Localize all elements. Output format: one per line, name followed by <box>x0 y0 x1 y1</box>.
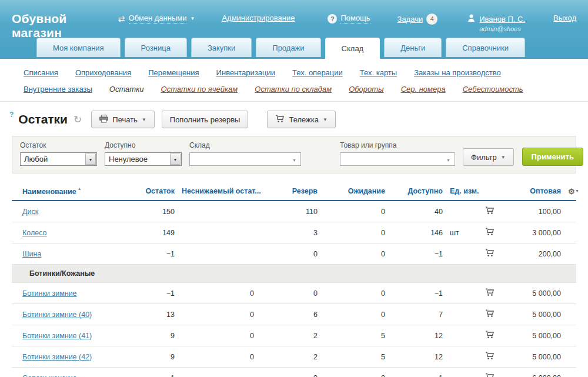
cart-icon[interactable] <box>485 331 495 341</box>
replenish-reserves-button[interactable]: Пополнить резервы <box>162 111 249 128</box>
item-name-cell: Сапоги женские <box>12 368 126 377</box>
top-menu: Обувной магазин ⇄ Обмен данными ▼ Админи… <box>0 0 588 40</box>
cart-icon[interactable] <box>485 352 495 362</box>
awaiting-cell: 5 <box>321 346 389 368</box>
cart-cell <box>471 368 509 377</box>
chevron-down-icon: ▼ <box>446 158 450 162</box>
cart-icon[interactable] <box>485 309 495 319</box>
cart-icon[interactable] <box>485 206 495 216</box>
tab-Справочники[interactable]: Справочники <box>446 38 525 57</box>
menu-help[interactable]: ? Помощь <box>328 14 370 24</box>
awaiting-cell: 0 <box>321 368 389 377</box>
unit-cell <box>446 243 471 265</box>
reserve-cell: 110 <box>258 201 321 222</box>
item-link-Диск[interactable]: Диск <box>22 208 38 216</box>
menu-logout-label: Выход <box>553 14 576 22</box>
subnav-link-Инвентаризации[interactable]: Инвентаризации <box>216 68 275 77</box>
filter-stock-group: Остаток Любой ▼ <box>20 141 97 166</box>
subnav-row1: СписанияОприходованияПеремещенияИнвентар… <box>24 64 588 81</box>
tab-Продажи[interactable]: Продажи <box>256 38 320 57</box>
item-link-Сапоги женские[interactable]: Сапоги женские <box>22 374 77 377</box>
item-link-Шина[interactable]: Шина <box>22 250 41 258</box>
subnav-current-page: Остатки <box>109 85 144 94</box>
cart-icon[interactable] <box>485 249 495 259</box>
min-stock-cell <box>178 368 258 377</box>
filter-product-group: Товар или группа ▼ <box>340 141 455 166</box>
price-cell: 3 000,00 <box>509 222 564 243</box>
awaiting-cell: 0 <box>321 222 389 243</box>
tab-Склад[interactable]: Склад <box>325 38 380 59</box>
subnav-report-link-Обороты[interactable]: Обороты <box>349 85 384 94</box>
subnav-link-Перемещения[interactable]: Перемещения <box>148 68 199 77</box>
item-name-cell: Ботинки зимние <box>12 283 126 304</box>
stock-filter-select[interactable]: Любой ▼ <box>20 152 97 166</box>
stock-cell: −1 <box>126 283 178 304</box>
cart-cell <box>471 201 509 222</box>
subnav-link-Оприходования[interactable]: Оприходования <box>75 68 131 77</box>
subnav-link-Тех. операции[interactable]: Тех. операции <box>292 68 343 77</box>
subnav-report-link-Остатки по ячейкам[interactable]: Остатки по ячейкам <box>161 85 238 94</box>
print-button[interactable]: Печать ▼ <box>91 111 155 128</box>
price-cell: 5 000,00 <box>509 283 564 304</box>
menu-data-exchange[interactable]: ⇄ Обмен данными ▼ <box>118 14 195 24</box>
cart-cell <box>471 346 509 368</box>
column-settings-gear[interactable]: ⚙▾ <box>564 182 576 201</box>
menu-administration[interactable]: Администрирование <box>222 14 295 22</box>
column-header-reserve[interactable]: Резерв <box>258 182 321 201</box>
subnav-link-Заказы на производство[interactable]: Заказы на производство <box>414 68 501 77</box>
subnav-report-link-Себестоимость[interactable]: Себестоимость <box>463 85 523 94</box>
warehouse-filter-combo[interactable]: ▼ <box>189 152 301 166</box>
stock-filter-value: Любой <box>24 155 48 164</box>
column-header-awaiting[interactable]: Ожидание <box>321 182 389 201</box>
tab-Закупки[interactable]: Закупки <box>191 38 252 57</box>
column-header-stock[interactable]: Остаток <box>126 182 178 201</box>
item-link-Ботинки зимние (41)[interactable]: Ботинки зимние (41) <box>22 332 92 340</box>
item-link-Ботинки зимние[interactable]: Ботинки зимние <box>22 289 77 298</box>
refresh-icon[interactable]: ↻ <box>74 114 82 126</box>
tab-Деньги[interactable]: Деньги <box>384 38 442 57</box>
chevron-down-icon: ▼ <box>190 16 195 21</box>
column-header-min-stock[interactable]: Неснижаемый остат... <box>178 182 258 201</box>
chevron-down-icon: ▼ <box>171 154 180 165</box>
apply-button[interactable]: Применить <box>522 148 583 166</box>
filter-button[interactable]: Фильтр ▼ <box>463 148 514 166</box>
available-filter-select[interactable]: Ненулевое ▼ <box>105 152 182 166</box>
subnav-link-Списания[interactable]: Списания <box>24 68 58 77</box>
subnav-report-link-Сер. номера[interactable]: Сер. номера <box>401 85 446 94</box>
tab-Розница[interactable]: Розница <box>125 38 187 57</box>
item-link-Ботинки зимние (42)[interactable]: Ботинки зимние (42) <box>22 353 92 361</box>
item-link-Ботинки зимние (40)[interactable]: Ботинки зимние (40) <box>22 311 92 319</box>
column-header-available[interactable]: Доступно <box>389 182 446 201</box>
table-row: Сапоги женские−100−16 000,00 <box>12 368 576 377</box>
item-link-Колесо[interactable]: Колесо <box>22 229 47 237</box>
column-header-unit[interactable]: Ед. изм. <box>446 182 471 201</box>
item-name-cell: Ботинки зимние (41) <box>12 325 126 346</box>
unit-cell <box>446 201 471 222</box>
cart-icon[interactable] <box>485 373 495 377</box>
menu-tasks[interactable]: Задачи 4 <box>397 14 438 25</box>
subnav-link-Тех. карты[interactable]: Тех. карты <box>360 68 397 77</box>
trolley-button[interactable]: Тележка ▼ <box>267 111 336 128</box>
gear-spacer-cell <box>564 222 576 243</box>
cart-icon[interactable] <box>485 288 495 298</box>
page-help-icon[interactable]: ? <box>9 111 14 119</box>
subnav-link-Внутренние заказы[interactable]: Внутренние заказы <box>24 85 92 94</box>
product-filter-combo[interactable]: ▼ <box>340 152 455 166</box>
tab-bar: Моя компанияРозницаЗакупкиПродажиСкладДе… <box>36 38 525 59</box>
column-header-name[interactable]: Наименование▲ <box>12 182 126 201</box>
subnav-report-link-Остатки по складам[interactable]: Остатки по складам <box>255 85 332 94</box>
menu-logout[interactable]: Выход <box>553 14 576 22</box>
cart-icon[interactable] <box>485 228 495 238</box>
item-name-cell: Шина <box>12 243 126 265</box>
app-title: Обувной магазин <box>12 12 118 40</box>
gear-spacer-cell <box>564 283 576 304</box>
warehouse-filter-label: Склад <box>189 141 301 149</box>
stock-cell: −1 <box>126 368 178 377</box>
item-name-cell: Ботинки зимние (42) <box>12 346 126 368</box>
user-name-link[interactable]: Иванов П. С. <box>479 15 525 24</box>
column-header-price[interactable]: Оптовая <box>509 182 564 201</box>
item-name-cell: Диск <box>12 201 126 222</box>
chevron-down-icon: ▼ <box>86 154 95 165</box>
tab-Моя компания[interactable]: Моя компания <box>36 38 121 57</box>
reserve-cell: 3 <box>258 222 321 243</box>
